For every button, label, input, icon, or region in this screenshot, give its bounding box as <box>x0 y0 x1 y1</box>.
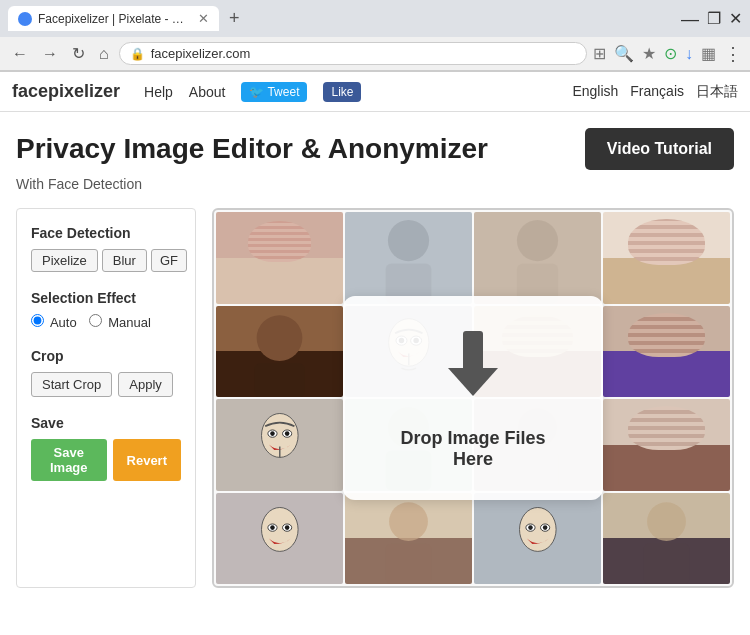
auto-radio-label[interactable]: Auto <box>31 314 77 330</box>
tab-title: Facepixelizer | Pixelate - Blur - / <box>38 12 188 26</box>
manual-label: Manual <box>108 315 151 330</box>
language-selector: English Français 日本語 <box>572 83 738 101</box>
main-content: Privacy Image Editor & Anonymizer Video … <box>0 112 750 635</box>
image-cell-16 <box>603 493 730 585</box>
browser-tab[interactable]: Facepixelizer | Pixelate - Blur - / ✕ <box>8 6 219 31</box>
face-detection-section: Face Detection Pixelize Blur GF <box>31 225 181 272</box>
face-detection-title: Face Detection <box>31 225 181 241</box>
minimize-button[interactable]: — <box>681 10 699 28</box>
like-button[interactable]: Like <box>323 82 361 102</box>
apply-button[interactable]: Apply <box>118 372 173 397</box>
drop-zone[interactable]: Drop Image Files Here <box>212 208 734 588</box>
svg-point-4 <box>257 315 303 361</box>
new-tab-button[interactable]: + <box>223 6 246 31</box>
header-row: Privacy Image Editor & Anonymizer Video … <box>16 128 734 170</box>
help-link[interactable]: Help <box>144 84 173 100</box>
site-logo: facepixelizer <box>12 81 120 102</box>
apps-icon[interactable]: ▦ <box>701 44 716 63</box>
manual-radio-label[interactable]: Manual <box>89 314 151 330</box>
crop-section: Crop Start Crop Apply <box>31 348 181 397</box>
start-crop-button[interactable]: Start Crop <box>31 372 112 397</box>
sidebar: Face Detection Pixelize Blur GF Selectio… <box>16 208 196 588</box>
drop-arrow-icon <box>433 326 513 416</box>
manual-radio[interactable] <box>89 314 102 327</box>
translate-icon[interactable]: ⊞ <box>593 44 606 63</box>
about-link[interactable]: About <box>189 84 226 100</box>
auto-radio[interactable] <box>31 314 44 327</box>
svg-marker-37 <box>448 368 498 396</box>
twitter-icon: 🐦 <box>249 85 264 99</box>
svg-rect-35 <box>644 543 690 584</box>
address-text: facepixelizer.com <box>151 46 576 61</box>
drop-zone-text: Drop Image Files Here <box>383 428 563 470</box>
forward-button[interactable]: → <box>38 43 62 65</box>
save-section: Save Save Image Revert <box>31 415 181 481</box>
home-button[interactable]: ⌂ <box>95 43 113 65</box>
like-label: Like <box>331 85 353 99</box>
bookmark-icon[interactable]: ★ <box>642 44 656 63</box>
content-area: Face Detection Pixelize Blur GF Selectio… <box>16 208 734 588</box>
svg-point-2 <box>517 220 558 261</box>
site-navbar: facepixelizer Help About 🐦 Tweet Like En… <box>0 72 750 112</box>
save-buttons: Save Image Revert <box>31 439 181 481</box>
lang-japanese[interactable]: 日本語 <box>696 83 738 101</box>
extension-icon-1[interactable]: ⊙ <box>664 44 677 63</box>
browser-toolbar-icons: ⊞ 🔍 ★ ⊙ ↓ ▦ ⋮ <box>593 43 742 65</box>
svg-point-25 <box>270 525 275 530</box>
image-cell-13 <box>216 493 343 585</box>
close-button[interactable]: ✕ <box>729 9 742 28</box>
save-title: Save <box>31 415 181 431</box>
address-box[interactable]: 🔒 facepixelizer.com <box>119 42 587 65</box>
drop-overlay[interactable]: Drop Image Files Here <box>343 296 603 500</box>
gf-button[interactable]: GF <box>151 249 187 272</box>
tweet-button[interactable]: 🐦 Tweet <box>241 82 307 102</box>
tab-close-button[interactable]: ✕ <box>198 11 209 26</box>
svg-rect-36 <box>463 331 483 371</box>
image-cell-8 <box>603 306 730 398</box>
image-cell-1 <box>216 212 343 304</box>
image-cell-9 <box>216 399 343 491</box>
svg-rect-28 <box>386 543 432 584</box>
image-cell-5 <box>216 306 343 398</box>
page-subtitle: With Face Detection <box>16 176 734 192</box>
svg-point-22 <box>261 507 298 551</box>
lang-french[interactable]: Français <box>630 83 684 101</box>
svg-point-15 <box>270 431 275 436</box>
title-bar: Facepixelizer | Pixelate - Blur - / ✕ + … <box>0 0 750 37</box>
image-cell-2 <box>345 212 472 304</box>
tab-favicon <box>18 12 32 26</box>
effect-buttons: Pixelize Blur GF <box>31 249 181 272</box>
search-icon[interactable]: 🔍 <box>614 44 634 63</box>
image-cell-15 <box>474 493 601 585</box>
lock-icon: 🔒 <box>130 47 145 61</box>
crop-buttons: Start Crop Apply <box>31 372 181 397</box>
selection-mode-group: Auto Manual <box>31 314 181 330</box>
window-controls: — ❐ ✕ <box>681 9 742 28</box>
lang-english[interactable]: English <box>572 83 618 101</box>
svg-rect-5 <box>254 363 304 397</box>
svg-point-29 <box>519 507 556 551</box>
auto-label: Auto <box>50 315 77 330</box>
svg-point-16 <box>285 431 290 436</box>
menu-button[interactable]: ⋮ <box>724 43 742 65</box>
selection-effect-title: Selection Effect <box>31 290 181 306</box>
page-title: Privacy Image Editor & Anonymizer <box>16 133 488 165</box>
maximize-button[interactable]: ❐ <box>707 9 721 28</box>
crop-title: Crop <box>31 348 181 364</box>
back-button[interactable]: ← <box>8 43 32 65</box>
blur-button[interactable]: Blur <box>102 249 147 272</box>
svg-point-0 <box>388 220 429 261</box>
svg-point-27 <box>389 502 428 541</box>
tweet-label: Tweet <box>267 85 299 99</box>
revert-button[interactable]: Revert <box>113 439 181 481</box>
address-bar: ← → ↻ ⌂ 🔒 facepixelizer.com ⊞ 🔍 ★ ⊙ ↓ ▦ … <box>0 37 750 71</box>
refresh-button[interactable]: ↻ <box>68 42 89 65</box>
save-image-button[interactable]: Save Image <box>31 439 107 481</box>
video-tutorial-button[interactable]: Video Tutorial <box>585 128 734 170</box>
extension-icon-2[interactable]: ↓ <box>685 45 693 63</box>
image-cell-12 <box>603 399 730 491</box>
svg-point-32 <box>528 525 533 530</box>
svg-point-33 <box>543 525 548 530</box>
image-cell-3 <box>474 212 601 304</box>
pixelize-button[interactable]: Pixelize <box>31 249 98 272</box>
